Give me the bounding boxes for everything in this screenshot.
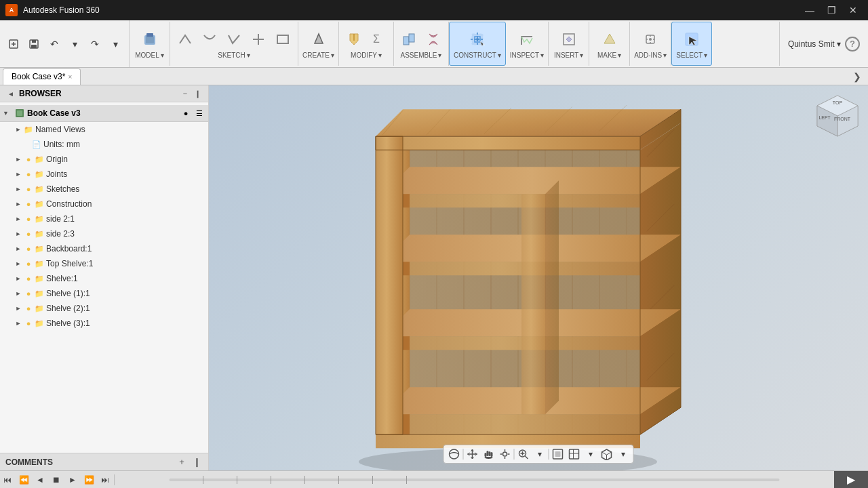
- skip-end-button[interactable]: ⏭: [98, 472, 113, 487]
- origin-expand: ►: [14, 155, 23, 164]
- sketch-icon2: [199, 28, 220, 50]
- model-group[interactable]: MODEL▾: [130, 22, 170, 66]
- restore-button[interactable]: ❒: [822, 3, 841, 18]
- sketch-icon1: [174, 28, 196, 50]
- side-2-1-folder-icon: 📁: [35, 214, 44, 224]
- tree-item-joints[interactable]: ► ● 📁 Joints: [0, 167, 208, 182]
- tree-root[interactable]: ▼ Book Case v3 ● ☰: [0, 105, 208, 122]
- redo-button[interactable]: ↷: [87, 36, 103, 52]
- browser-title: BROWSER: [19, 89, 177, 98]
- app-icon: A: [5, 4, 18, 16]
- tree-item-shelve-1-1[interactable]: ► ● 📁 Shelve (1):1: [0, 286, 208, 301]
- tree-item-shelve-2-1[interactable]: ► ● 📁 Shelve (2):1: [0, 301, 208, 316]
- tree-item-construction[interactable]: ► ● 📁 Construction: [0, 197, 208, 211]
- svg-line-108: [602, 452, 607, 455]
- display-mode-button[interactable]: [551, 447, 566, 462]
- stop-button[interactable]: ⏹: [49, 472, 64, 487]
- make-icon: [599, 28, 620, 50]
- ribbon: MODEL▾: [130, 20, 868, 67]
- browser-pin-button[interactable]: ❙: [192, 88, 203, 99]
- tree-item-top-shelve[interactable]: ► ● 📁 Top Shelve:1: [0, 256, 208, 271]
- modify-group[interactable]: Σ MODIFY▾: [339, 22, 394, 66]
- comments-bar: COMMENTS + ❙: [0, 453, 208, 470]
- save-button[interactable]: [26, 36, 42, 52]
- tree-item-shelve-3-1[interactable]: ► ● 📁 Shelve (3):1: [0, 316, 208, 331]
- shelve-1-1-expand: ►: [14, 289, 23, 298]
- prev-frame-button[interactable]: ⏪: [16, 472, 31, 487]
- help-button[interactable]: ?: [845, 37, 860, 52]
- svg-line-109: [607, 452, 612, 455]
- home-button[interactable]: [5, 36, 22, 52]
- separator3: [549, 449, 549, 460]
- sketches-folder-icon: 📁: [35, 184, 44, 194]
- toolbar-area: ↶ ▾ ↷ ▾ MODEL▾: [0, 20, 868, 68]
- next-frame-button[interactable]: ⏩: [81, 472, 96, 487]
- hand-button[interactable]: [481, 447, 496, 462]
- tab-close-button[interactable]: ×: [68, 73, 72, 81]
- sketch-group[interactable]: SKETCH▾: [170, 22, 298, 66]
- grid-dropdown[interactable]: ▾: [583, 447, 598, 462]
- zoom-button[interactable]: [516, 447, 531, 462]
- tree-item-sketches[interactable]: ► ● 📁 Sketches: [0, 182, 208, 197]
- tree-item-named-views[interactable]: ► 📁 Named Views: [0, 122, 208, 137]
- user-account[interactable]: Quintus Smit ▾: [788, 39, 841, 49]
- svg-text:Σ: Σ: [373, 33, 380, 45]
- main-area: ◄ BROWSER − ❙ ▼ Book Case v3 ●: [0, 85, 868, 470]
- redo-dropdown[interactable]: ▾: [107, 36, 123, 52]
- animation-play-button[interactable]: ▶: [834, 471, 868, 489]
- shelve-3-1-eye-icon: ●: [24, 319, 33, 328]
- component-icon: [14, 108, 25, 119]
- top-shelve-eye-icon: ●: [24, 259, 33, 268]
- tree-item-side-2-3[interactable]: ► ● 📁 side 2:3: [0, 226, 208, 241]
- skip-start-button[interactable]: ⏮: [0, 472, 15, 487]
- tab-expand-button[interactable]: ❯: [849, 71, 865, 82]
- close-button[interactable]: ✕: [844, 3, 863, 18]
- modify-label: MODIFY▾: [351, 52, 382, 59]
- look-at-button[interactable]: [498, 447, 513, 462]
- insert-group[interactable]: INSERT▾: [549, 22, 589, 66]
- svg-rect-95: [485, 453, 487, 457]
- make-group[interactable]: MAKE▾: [589, 22, 630, 66]
- tree-item-units[interactable]: 📄 Units: mm: [0, 137, 208, 152]
- select-group[interactable]: SELECT▾: [671, 22, 712, 66]
- zoom-dropdown[interactable]: ▾: [532, 447, 547, 462]
- view-cube-toggle[interactable]: [599, 447, 614, 462]
- tree-item-origin[interactable]: ► ● 📁 Origin: [0, 152, 208, 167]
- undo-button[interactable]: ↶: [46, 36, 62, 52]
- undo-dropdown[interactable]: ▾: [66, 36, 83, 52]
- browser-collapse-button[interactable]: ◄: [5, 88, 16, 99]
- orbit-button[interactable]: [447, 447, 462, 462]
- root-menu-button[interactable]: ☰: [193, 107, 205, 119]
- document-tab[interactable]: Book Case v3* ×: [3, 68, 81, 85]
- view-cube[interactable]: FRONT TOP LEFT: [814, 92, 861, 140]
- grid-button[interactable]: [567, 447, 582, 462]
- view-cube-dropdown[interactable]: ▾: [616, 447, 631, 462]
- create-group[interactable]: CREATE▾: [298, 22, 339, 66]
- comments-settings-button[interactable]: ❙: [191, 456, 203, 468]
- inspect-group[interactable]: INSPECT▾: [506, 22, 549, 66]
- construct-group[interactable]: CONSTRUCT▾: [449, 22, 506, 66]
- shelve-3-1-expand: ►: [14, 319, 23, 328]
- pan-button[interactable]: [465, 447, 480, 462]
- addins-icon: [639, 28, 661, 50]
- viewport[interactable]: FRONT TOP LEFT: [209, 85, 868, 470]
- svg-rect-2: [32, 40, 36, 43]
- tab-bar: Book Case v3* × ❯: [0, 68, 868, 85]
- svg-rect-104: [570, 449, 579, 459]
- play-forward-button[interactable]: ►: [65, 472, 80, 487]
- shelve-2-1-folder-icon: 📁: [35, 304, 44, 313]
- minimize-button[interactable]: —: [800, 3, 819, 18]
- origin-eye-icon: ●: [24, 155, 33, 164]
- comments-add-button[interactable]: +: [176, 456, 188, 468]
- tree-item-shelve-1[interactable]: ► ● 📁 Shelve:1: [0, 271, 208, 286]
- play-back-button[interactable]: ◄: [33, 472, 47, 487]
- browser-settings-button[interactable]: −: [180, 88, 191, 99]
- assemble-label: ASSEMBLE▾: [401, 52, 442, 59]
- tree-item-side-2-1[interactable]: ► ● 📁 side 2:1: [0, 211, 208, 226]
- addins-group[interactable]: ADD-INS▾: [630, 22, 671, 66]
- shelve-2-1-eye-icon: ●: [24, 304, 33, 313]
- assemble-group[interactable]: ASSEMBLE▾: [394, 22, 449, 66]
- tree-item-backboard[interactable]: ► ● 📁 Backboard:1: [0, 241, 208, 256]
- root-visibility-button[interactable]: ●: [180, 107, 192, 119]
- timeline-track[interactable]: [116, 472, 833, 487]
